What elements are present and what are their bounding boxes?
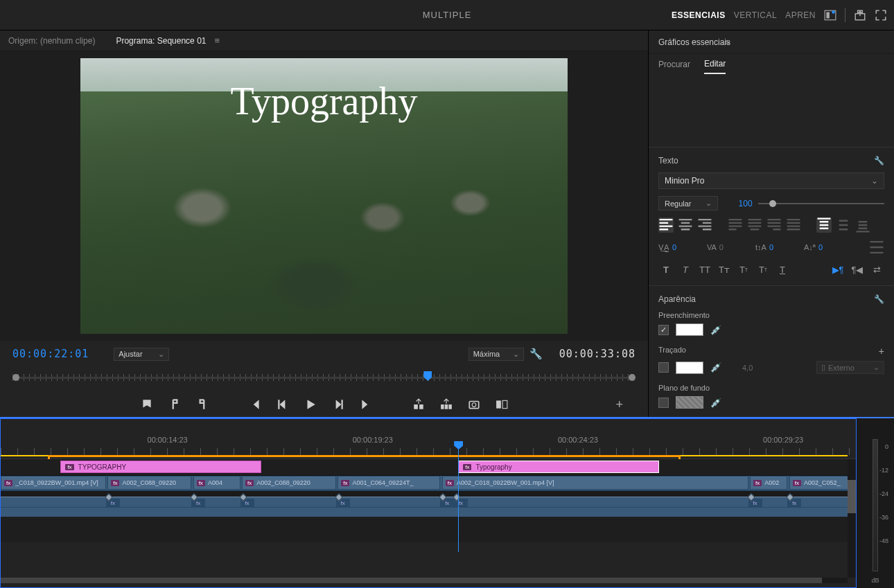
video-clip[interactable]: fxA002_C052_ [789, 476, 852, 490]
background-color-swatch[interactable] [676, 396, 703, 409]
eg-panel-menu-icon[interactable]: ≡ [725, 37, 730, 47]
graphic-clip[interactable]: fx Typography [458, 461, 659, 473]
go-to-out-icon[interactable] [360, 398, 372, 411]
leading-value: 0 [769, 243, 773, 251]
add-stroke-icon[interactable]: + [879, 346, 884, 357]
timecode-duration[interactable]: 00:00:33:08 [559, 348, 636, 360]
video-clip[interactable]: fxA002_C088_09220 [107, 476, 191, 490]
stroke-checkbox[interactable] [658, 362, 669, 373]
tracking-field[interactable]: V͟A̲0 [658, 243, 703, 252]
eyedropper-icon[interactable]: 💉 [710, 398, 721, 408]
font-weight-dropdown[interactable]: Regular [658, 196, 718, 211]
tsume-icon[interactable] [869, 240, 884, 255]
add-marker-icon[interactable] [141, 398, 153, 411]
vertical-scrollbar[interactable] [848, 459, 856, 578]
video-track[interactable]: fx_C018_0922BW_001.mp4 [V]fxA002_C088_09… [1, 476, 856, 491]
underline-icon[interactable]: T [775, 262, 790, 277]
separator [845, 8, 845, 22]
justify-last-center-icon[interactable] [747, 217, 762, 233]
workspace-tab-vertical[interactable]: VERTICAL [734, 10, 777, 20]
settings-wrench-icon[interactable]: 🔧 [529, 348, 543, 360]
bold-icon[interactable]: T [658, 262, 674, 277]
justify-last-left-icon[interactable] [728, 217, 743, 233]
align-right-icon[interactable] [697, 217, 712, 233]
work-area-bar[interactable] [1, 455, 848, 456]
valign-bottom-icon[interactable] [855, 217, 870, 233]
eg-tab-edit[interactable]: Editar [704, 59, 726, 74]
go-to-in-icon[interactable] [249, 398, 261, 411]
digits-icon[interactable]: ⇄ [869, 262, 884, 277]
leading-field[interactable]: t↕A0 [755, 243, 800, 251]
share-icon[interactable] [854, 9, 866, 21]
valign-top-icon[interactable] [816, 217, 832, 233]
allcaps-icon[interactable]: TT [697, 262, 712, 277]
superscript-icon[interactable]: TT [736, 262, 751, 277]
rtl-icon[interactable]: ¶◀ [850, 262, 865, 277]
fill-color-swatch[interactable] [676, 323, 703, 336]
fullscreen-icon[interactable] [875, 9, 887, 21]
scrubber-out-handle[interactable] [629, 374, 636, 381]
wrench-icon[interactable]: 🔧 [874, 156, 884, 166]
video-clip[interactable]: fxA001_C064_09224T_ [338, 476, 440, 490]
time-ruler[interactable]: 00:00:14:23 00:00:19:23 00:00:24:23 00:0… [1, 419, 856, 459]
graphic-clip[interactable]: fx TYPOGRAPHY [60, 461, 261, 473]
scrollbar-thumb[interactable] [848, 480, 856, 513]
ltr-icon[interactable]: ▶¶ [830, 262, 845, 277]
step-forward-icon[interactable] [332, 398, 344, 411]
panel-menu-icon[interactable]: ≡ [214, 35, 220, 46]
video-clip[interactable]: fxA002 [750, 476, 787, 490]
valign-middle-icon[interactable] [836, 217, 851, 233]
step-back-icon[interactable] [277, 398, 289, 411]
program-monitor[interactable]: Typography [80, 58, 568, 334]
font-size-value[interactable]: 100 [739, 199, 753, 208]
quality-dropdown[interactable]: Máxima [468, 348, 524, 361]
video-clip[interactable]: fxA004 [193, 476, 240, 490]
program-scrubber[interactable] [12, 367, 636, 388]
stroke-position-dropdown[interactable]: ▯ Externo⌄ [816, 361, 884, 374]
export-frame-icon[interactable] [468, 398, 480, 411]
workspace-tab-essenciais[interactable]: ESSENCIAIS [672, 10, 726, 20]
scrollbar-thumb[interactable] [1, 578, 822, 583]
button-editor-icon[interactable]: + [615, 398, 623, 412]
align-center-icon[interactable] [678, 217, 693, 233]
background-checkbox[interactable] [658, 398, 669, 408]
justify-last-right-icon[interactable] [766, 217, 782, 233]
eg-tab-browse[interactable]: Procurar [658, 60, 690, 73]
wrench-icon[interactable]: 🔧 [874, 294, 884, 304]
eyedropper-icon[interactable]: 💉 [710, 325, 721, 335]
zoom-fit-dropdown[interactable]: Ajustar [114, 348, 169, 361]
justify-all-icon[interactable] [786, 217, 801, 233]
timecode-current[interactable]: 00:00:22:01 [12, 348, 89, 360]
play-icon[interactable] [304, 398, 317, 411]
stroke-width-value[interactable]: 4,0 [742, 364, 753, 372]
font-family-dropdown[interactable]: Minion Pro [658, 172, 884, 189]
extract-icon[interactable] [440, 398, 453, 411]
mark-in-icon[interactable] [168, 398, 181, 411]
comparison-view-icon[interactable] [496, 398, 508, 411]
graphics-track[interactable]: fx TYPOGRAPHY fx Typography [1, 459, 856, 476]
align-left-icon[interactable] [658, 217, 674, 233]
eg-appearance-title: Aparência [658, 294, 696, 304]
video-clip[interactable]: fxA002_C018_0922BW_001.mp4 [V] [442, 476, 748, 490]
tab-source[interactable]: Origem: (nenhum clipe) [8, 36, 95, 46]
workspace-tab-apren[interactable]: APREN [785, 10, 816, 20]
fill-checkbox[interactable] [658, 325, 669, 335]
audio-track[interactable]: fxfxfxfxfxfxfxfx [1, 497, 856, 517]
scrubber-in-handle[interactable] [12, 374, 19, 381]
workspace-overflow-icon[interactable] [824, 9, 836, 21]
video-clip[interactable]: fx_C018_0922BW_001.mp4 [V] [1, 476, 106, 490]
timeline-playhead[interactable] [458, 448, 459, 552]
video-clip[interactable]: fxA002_C088_09220 [242, 476, 336, 490]
lift-icon[interactable] [412, 398, 425, 411]
eyedropper-icon[interactable]: 💉 [710, 362, 721, 373]
horizontal-scrollbar[interactable] [1, 578, 848, 583]
baseline-field[interactable]: A↓ª0 [804, 243, 848, 251]
smallcaps-icon[interactable]: Tᴛ [717, 262, 732, 277]
mark-out-icon[interactable] [196, 398, 209, 411]
italic-icon[interactable]: T [678, 262, 693, 277]
font-size-slider[interactable] [758, 203, 884, 204]
subscript-icon[interactable]: TT [755, 262, 771, 277]
kerning-field[interactable]: VA0 [707, 243, 751, 251]
stroke-color-swatch[interactable] [676, 362, 703, 374]
tab-program[interactable]: Programa: Sequence 01 [116, 36, 206, 46]
